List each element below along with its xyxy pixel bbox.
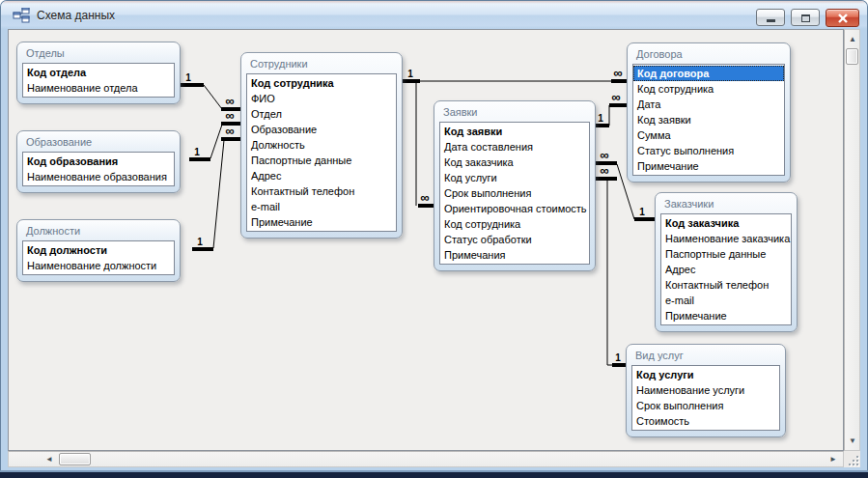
field-row[interactable]: Примечания xyxy=(440,247,589,263)
field-row[interactable]: Код заказчика xyxy=(440,155,589,170)
table-title[interactable]: Вид услуг xyxy=(627,345,785,365)
maximize-button[interactable] xyxy=(791,9,820,26)
field-list: Код услугиНаименование услугиСрок выполн… xyxy=(631,365,780,431)
field-list: Код должностиНаименование должности xyxy=(22,240,175,275)
cardinality-label: ∞ xyxy=(225,94,234,108)
cardinality-label: ∞ xyxy=(420,190,429,205)
table-title[interactable]: Должности xyxy=(17,220,180,240)
field-list: Код договораКод сотрудникаДатаКод заявки… xyxy=(632,64,785,176)
vertical-scrollbar[interactable]: ▲ ▼ xyxy=(844,29,860,451)
field-row[interactable]: e-mail xyxy=(247,199,396,214)
scroll-down-icon[interactable]: ▼ xyxy=(849,437,856,445)
table-title[interactable]: Образование xyxy=(17,131,180,152)
cardinality-label: 1 xyxy=(639,207,645,217)
field-row[interactable]: Отдел xyxy=(247,106,396,122)
field-row[interactable]: Образование xyxy=(247,122,396,137)
maximize-icon xyxy=(801,14,810,22)
table-title[interactable]: Отделы xyxy=(17,42,180,63)
field-row[interactable]: Код сотрудника xyxy=(633,81,784,97)
field-row[interactable]: Примечание xyxy=(633,158,784,174)
scroll-left-icon[interactable]: ◄ xyxy=(45,456,53,464)
horizontal-scroll-thumb[interactable] xyxy=(59,453,91,465)
table-vid_uslug[interactable]: Вид услугКод услугиНаименование услугиСр… xyxy=(626,344,786,437)
table-zayavki[interactable]: ЗаявкиКод заявкиДата составленияКод зака… xyxy=(434,100,596,271)
field-row[interactable]: Должность xyxy=(247,137,396,153)
field-list: Код образованияНаименование образования xyxy=(22,152,175,186)
field-row[interactable]: ФИО xyxy=(247,91,396,106)
field-row[interactable]: Код сотрудника xyxy=(247,75,396,91)
field-row[interactable]: Стоимость xyxy=(632,413,779,429)
field-row[interactable]: Код образования xyxy=(23,154,174,169)
scrollbar-corner xyxy=(844,451,860,467)
minimize-icon xyxy=(767,19,775,22)
relationship-line[interactable] xyxy=(204,85,222,109)
field-row[interactable]: Паспортные данные xyxy=(247,153,396,168)
vertical-scroll-thumb[interactable] xyxy=(846,48,858,65)
field-row[interactable]: Адрес xyxy=(661,262,791,277)
field-row[interactable]: Паспортные данные xyxy=(661,246,791,262)
window-controls xyxy=(756,9,859,27)
field-row[interactable]: Код услуги xyxy=(632,367,779,382)
relationship-line[interactable] xyxy=(210,125,222,158)
field-row[interactable]: Контактный телефон xyxy=(247,183,396,199)
field-row[interactable]: Контактный телефон xyxy=(661,277,791,293)
diagram-canvas[interactable]: 1∞1∞1∞1∞∞1∞1∞1∞ ОтделыКод отделаНаименов… xyxy=(8,29,844,451)
field-row[interactable]: Код заявки xyxy=(440,124,589,139)
cardinality-label: 1 xyxy=(407,69,413,79)
field-row[interactable]: Наименование заказчика xyxy=(661,231,791,246)
resize-grip-icon[interactable] xyxy=(848,455,858,465)
field-list: Код заказчикаНаименование заказчикаПаспо… xyxy=(660,213,792,325)
table-zakazchiki[interactable]: ЗаказчикиКод заказчикаНаименование заказ… xyxy=(655,192,798,332)
field-row[interactable]: Код должности xyxy=(23,242,174,258)
field-row[interactable]: Код договора xyxy=(633,66,784,81)
scroll-up-icon[interactable]: ▲ xyxy=(849,36,856,43)
field-row[interactable]: Статус выполнения xyxy=(633,143,784,158)
field-row[interactable]: Код сотрудника xyxy=(440,216,589,232)
table-title[interactable]: Заявки xyxy=(434,101,595,122)
field-row[interactable]: Наименование должности xyxy=(23,258,174,273)
field-row[interactable]: Код заявки xyxy=(633,112,784,127)
cardinality-label: 1 xyxy=(615,352,621,363)
table-sotrudniki[interactable]: СотрудникиКод сотрудникаФИООтделОбразова… xyxy=(240,52,403,239)
cardinality-label: 1 xyxy=(185,72,191,83)
field-row[interactable]: Дата составления xyxy=(440,139,589,155)
field-row[interactable]: Сумма xyxy=(633,127,784,143)
field-row[interactable]: Код услуги xyxy=(440,170,589,185)
field-row[interactable]: Адрес xyxy=(247,168,396,183)
title-bar[interactable]: Схема данных xyxy=(1,1,867,29)
table-obrazovanie[interactable]: ОбразованиеКод образованияНаименование о… xyxy=(16,130,181,193)
field-row[interactable]: e-mail xyxy=(661,293,791,308)
table-dolzhnosti[interactable]: ДолжностиКод должностиНаименование должн… xyxy=(16,219,181,282)
relationship-line[interactable] xyxy=(213,140,224,248)
relationships-icon[interactable] xyxy=(13,8,30,23)
field-row[interactable]: Наименование услуги xyxy=(632,382,779,398)
field-row[interactable]: Примечание xyxy=(661,308,791,323)
window-title: Схема данных xyxy=(37,9,115,22)
table-title[interactable]: Заказчики xyxy=(656,193,797,213)
field-row[interactable]: Примечание xyxy=(247,214,396,230)
table-title[interactable]: Сотрудники xyxy=(241,53,402,73)
table-otdely[interactable]: ОтделыКод отделаНаименование отдела xyxy=(16,42,181,104)
table-dogovora[interactable]: ДоговораКод договораКод сотрудникаДатаКо… xyxy=(627,42,791,183)
field-row[interactable]: Ориентировочная стоимость xyxy=(440,201,589,216)
scroll-right-icon[interactable]: ► xyxy=(829,456,837,464)
field-list: Код сотрудникаФИООтделОбразованиеДолжнос… xyxy=(246,73,397,232)
cardinality-label: ∞ xyxy=(600,148,608,162)
field-row[interactable]: Срок выполнения xyxy=(632,398,779,413)
field-row[interactable]: Код отдела xyxy=(23,65,174,80)
field-row[interactable]: Наименование образования xyxy=(23,169,174,184)
client-area: 1∞1∞1∞1∞∞1∞1∞1∞ ОтделыКод отделаНаименов… xyxy=(8,29,860,467)
minimize-button[interactable] xyxy=(756,9,785,26)
relationships-window: Схема данных 1∞1∞1∞1∞∞1∞1∞1∞ ОтделыКод о… xyxy=(0,0,868,478)
cardinality-label: ∞ xyxy=(225,124,234,138)
horizontal-scrollbar[interactable]: ◄ ► xyxy=(8,451,844,467)
table-title[interactable]: Договора xyxy=(628,43,790,64)
field-row[interactable]: Срок выполнения xyxy=(440,185,589,201)
cardinality-label: ∞ xyxy=(613,66,622,80)
close-button[interactable] xyxy=(826,9,859,27)
field-row[interactable]: Код заказчика xyxy=(661,215,791,231)
field-row[interactable]: Наименование отдела xyxy=(23,80,174,96)
cardinality-label: 1 xyxy=(194,147,200,157)
field-row[interactable]: Статус обработки xyxy=(440,232,589,247)
field-row[interactable]: Дата xyxy=(633,97,784,112)
